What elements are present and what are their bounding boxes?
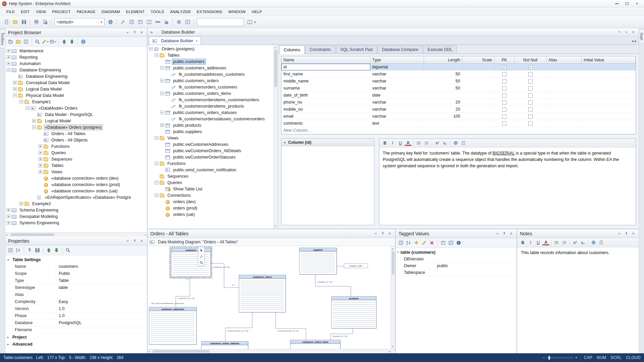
tag-value[interactable] — [434, 269, 517, 276]
tree-item[interactable]: Orders (postgres) — [148, 46, 273, 52]
pin-icon[interactable] — [624, 231, 629, 236]
property-row[interactable]: ScopePublic — [5, 270, 147, 277]
menu-diagram[interactable]: DIAGRAM — [99, 8, 123, 15]
collapse-triangle-icon[interactable]: ▾ — [397, 251, 399, 254]
expand-icon[interactable] — [7, 55, 10, 59]
entity-customers[interactable]: customers — [171, 248, 211, 277]
vertical-scrollbar[interactable]: ▴ ▾ — [273, 45, 278, 229]
notnull-checkbox[interactable] — [528, 86, 533, 90]
collapse-icon[interactable] — [155, 53, 158, 57]
style-combobox[interactable]: <default> ▾ — [54, 18, 105, 26]
checklist-button[interactable] — [447, 239, 455, 247]
numbers-button[interactable]: 123 — [423, 140, 430, 146]
pin-icon[interactable] — [501, 231, 507, 236]
tree-item[interactable]: Reporting — [5, 54, 147, 60]
tree-item[interactable]: fk_customersordersitems_products — [148, 103, 273, 109]
subscript-button[interactable]: x₂ — [579, 239, 586, 246]
pk-checkbox[interactable] — [502, 79, 506, 83]
new-file-button[interactable] — [2, 18, 11, 26]
bullets-button[interactable] — [415, 140, 422, 146]
property-value[interactable]: PostgreSQL — [56, 319, 147, 326]
stack-button[interactable]: ▾ — [49, 38, 57, 46]
tree-item[interactable]: Logical Model — [5, 118, 147, 124]
notnull-checkbox[interactable] — [528, 121, 533, 126]
horizontal-scrollbar[interactable]: ◂ ▸ — [5, 232, 147, 237]
notnull-checkbox[interactable] — [528, 107, 533, 112]
zoom-slider-thumb[interactable] — [548, 356, 550, 360]
connector-line[interactable] — [315, 275, 351, 296]
grid-row[interactable]: first_namevarchar50 — [281, 71, 636, 78]
numbers-button[interactable]: 123 — [561, 239, 568, 246]
column-header[interactable]: Initial Value — [582, 56, 636, 63]
tree-item[interactable]: Functions — [148, 160, 273, 167]
grid-button[interactable] — [397, 239, 405, 247]
property-value[interactable]: table — [56, 284, 147, 291]
scroll-left-icon[interactable]: ◂ — [148, 349, 150, 354]
connector-line[interactable] — [331, 328, 353, 340]
menu-project[interactable]: PROJECT — [49, 8, 73, 15]
tagged-value-row[interactable]: DBVersion — [396, 256, 517, 262]
window-split-button[interactable] — [245, 18, 254, 26]
collapse-icon[interactable] — [160, 92, 164, 95]
close-icon[interactable]: × — [631, 29, 636, 35]
tree-item[interactable]: «EAReportSpecification» «Database» Postg… — [5, 194, 147, 200]
tab-sql-scratch-pad[interactable]: SQL Scratch Pad — [336, 46, 377, 54]
pin-icon[interactable] — [132, 30, 137, 35]
property-row[interactable]: Phase1.0 — [5, 312, 147, 319]
pk-checkbox[interactable] — [502, 72, 506, 76]
zoom-out-button[interactable]: − — [542, 355, 545, 360]
cursor-tool-button[interactable] — [199, 248, 204, 253]
expand-icon[interactable] — [7, 221, 10, 225]
tree-item[interactable]: public.suppliers — [148, 128, 273, 135]
chevron-down-icon[interactable] — [125, 238, 130, 244]
pin-icon[interactable] — [132, 238, 137, 244]
open-button[interactable] — [14, 38, 22, 46]
notnull-checkbox[interactable] — [528, 114, 533, 119]
tree-item[interactable]: fk_customersordersitems_customersorders — [148, 97, 273, 103]
package-button[interactable] — [7, 38, 14, 46]
scroll-up-icon[interactable]: ▴ — [392, 246, 393, 251]
tree-item[interactable]: public.vwCustomerAddresses — [148, 141, 273, 147]
nav-right-icon[interactable]: ▸ — [635, 39, 637, 43]
window-split-button[interactable] — [145, 18, 153, 26]
scroll-right-icon[interactable]: ▸ — [389, 349, 390, 354]
connector-line[interactable] — [276, 312, 306, 340]
tree-item[interactable]: public.customers_orders_statuses — [148, 109, 273, 116]
close-icon[interactable]: × — [387, 231, 392, 236]
grid-new-row[interactable]: New Column... — [281, 127, 636, 134]
grid-button[interactable] — [22, 38, 30, 46]
tree-item[interactable]: Show Table List — [148, 186, 273, 192]
globe-button[interactable] — [79, 38, 87, 46]
info-button[interactable] — [455, 239, 463, 247]
chevrons-right-icon[interactable]: » — [150, 29, 153, 35]
zoom-slider[interactable] — [546, 357, 573, 358]
toolbar-searchbox[interactable]: ▾ — [197, 18, 244, 26]
collapse-icon[interactable] — [26, 106, 30, 110]
close-icon[interactable]: × — [631, 231, 636, 236]
arrow-up-button[interactable] — [45, 246, 53, 254]
tree-item[interactable]: Tables — [148, 52, 273, 58]
tree-item[interactable]: «Database» Orders (postgres) — [5, 124, 147, 130]
collapse-icon[interactable] — [13, 94, 17, 97]
menu-tools[interactable]: TOOLS — [148, 8, 167, 15]
expand-triangle-icon[interactable]: ▸ — [7, 336, 11, 339]
horizontal-scrollbar[interactable]: ◂ ▸ — [148, 349, 391, 353]
property-value[interactable] — [56, 326, 147, 333]
zoom-in-button[interactable]: + — [575, 355, 577, 360]
font-color-button[interactable]: A — [542, 240, 549, 245]
expand-icon[interactable] — [32, 119, 36, 123]
tree-item[interactable]: Sequences — [148, 173, 273, 179]
sort-az-button[interactable]: AZ — [405, 239, 413, 247]
tagged-value-row[interactable]: Ownerpublic — [396, 262, 517, 269]
tree-item[interactable]: Tables — [5, 162, 147, 169]
collapse-icon[interactable] — [160, 79, 164, 82]
underline-button[interactable]: U — [535, 239, 542, 246]
pin-button[interactable] — [26, 246, 34, 254]
tree-item[interactable]: «database connection» orders (dev) — [5, 175, 147, 181]
nav-left-icon[interactable]: ◂ — [632, 39, 634, 43]
menu-analyzer[interactable]: ANALYZER — [167, 8, 194, 15]
collapse-triangle-icon[interactable]: ▲ — [283, 141, 286, 144]
property-group-header[interactable]: ▸Project — [5, 334, 147, 341]
column-header[interactable]: Type — [370, 56, 424, 63]
property-group-header[interactable]: ▸Advanced — [5, 341, 147, 348]
